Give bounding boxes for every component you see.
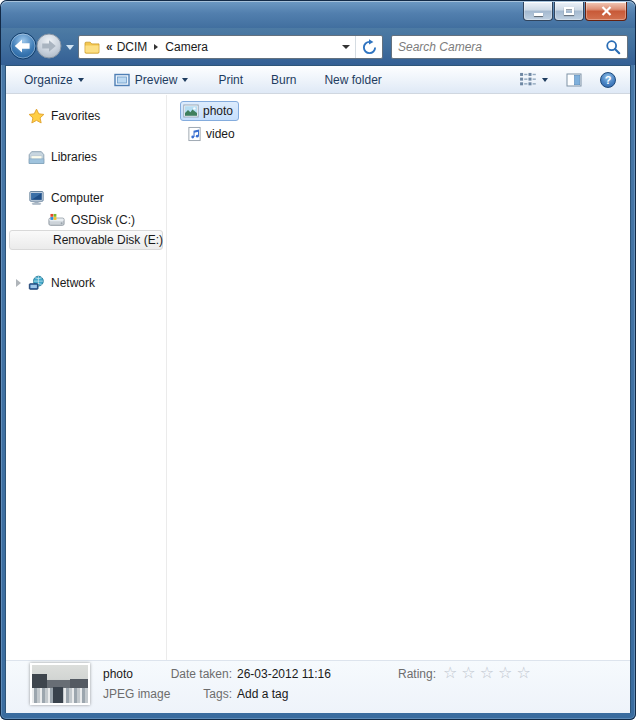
os-disk-icon	[48, 213, 65, 227]
breadcrumb-dcim[interactable]: DCIM	[117, 40, 148, 54]
sidebar-item-favorites[interactable]: Favorites	[28, 106, 100, 126]
sidebar-label: Removable Disk (E:)	[53, 233, 163, 247]
pane-divider	[166, 95, 167, 660]
network-icon	[28, 275, 45, 291]
back-button[interactable]	[9, 32, 37, 60]
preview-label: Preview	[135, 73, 178, 87]
toolbar-right-group: ?	[515, 69, 620, 91]
breadcrumb-camera[interactable]: Camera	[165, 40, 208, 54]
date-taken-label: Date taken:	[150, 667, 232, 681]
print-button[interactable]: Print	[210, 69, 251, 91]
help-button[interactable]: ?	[596, 69, 620, 91]
close-icon	[601, 6, 612, 16]
organize-label: Organize	[24, 73, 73, 87]
file-item-photo[interactable]: photo	[180, 101, 239, 121]
details-file-name: photo	[103, 667, 133, 681]
media-file-icon	[187, 126, 202, 142]
photo-thumbnail	[30, 663, 90, 705]
recent-pages-dropdown[interactable]	[66, 45, 74, 50]
sidebar-label: Network	[51, 276, 95, 290]
breadcrumb-overflow[interactable]: «	[106, 40, 113, 54]
libraries-icon	[28, 150, 45, 165]
sidebar-item-network[interactable]: Network	[28, 273, 95, 293]
rating-label: Rating:	[398, 667, 436, 681]
sidebar-item-osdisk[interactable]: OSDisk (C:)	[48, 210, 135, 230]
search-box	[391, 35, 628, 59]
folder-icon[interactable]	[84, 39, 100, 55]
forward-icon	[36, 33, 62, 59]
new-folder-label: New folder	[324, 73, 381, 87]
sidebar-item-removable-disk[interactable]: Removable Disk (E:)	[9, 230, 163, 250]
preview-pane-icon	[566, 73, 582, 87]
preview-button[interactable]: Preview	[106, 68, 197, 92]
window-controls	[523, 2, 627, 21]
help-icon: ?	[600, 72, 616, 88]
computer-icon	[28, 190, 45, 206]
file-name: video	[206, 127, 235, 141]
image-file-icon	[183, 103, 199, 119]
maximize-icon	[564, 7, 574, 15]
favorites-star-icon	[28, 108, 45, 125]
chevron-down-icon	[78, 78, 84, 82]
forward-button[interactable]	[36, 33, 62, 59]
minimize-button[interactable]	[523, 2, 553, 21]
chevron-down-icon	[182, 78, 188, 82]
breadcrumb-separator-icon[interactable]	[154, 44, 158, 50]
command-toolbar: Organize Preview Print Burn New folder	[6, 66, 630, 94]
tags-label: Tags:	[150, 687, 232, 701]
preview-icon	[114, 72, 130, 88]
search-input[interactable]	[398, 40, 605, 54]
search-icon[interactable]	[605, 39, 621, 55]
sidebar-label: Favorites	[51, 109, 100, 123]
new-folder-button[interactable]: New folder	[316, 69, 389, 91]
date-taken-value: 26-03-2012 11:16	[237, 667, 331, 681]
network-expander-icon[interactable]	[16, 279, 21, 287]
change-view-button[interactable]	[515, 69, 552, 90]
file-item-video[interactable]: video	[184, 124, 241, 144]
maximize-button[interactable]	[554, 2, 584, 21]
burn-button[interactable]: Burn	[263, 69, 304, 91]
chevron-down-icon	[342, 45, 350, 49]
close-button[interactable]	[585, 2, 627, 21]
refresh-button[interactable]	[356, 36, 382, 58]
chevron-down-icon	[542, 78, 548, 82]
minimize-icon	[534, 13, 543, 16]
sidebar-label: Libraries	[51, 150, 97, 164]
print-label: Print	[218, 73, 243, 87]
burn-label: Burn	[271, 73, 296, 87]
sidebar-item-computer[interactable]: Computer	[28, 188, 104, 208]
address-bar[interactable]: « DCIM Camera	[78, 35, 383, 59]
explorer-window: « DCIM Camera Organize	[0, 0, 636, 720]
sidebar-item-libraries[interactable]: Libraries	[28, 147, 97, 167]
sidebar-label: OSDisk (C:)	[71, 213, 135, 227]
organize-button[interactable]: Organize	[16, 69, 92, 91]
back-icon	[9, 32, 37, 60]
refresh-icon	[361, 39, 378, 56]
views-icon	[519, 72, 538, 87]
file-name: photo	[203, 104, 233, 118]
address-dropdown-button[interactable]	[337, 36, 355, 58]
rating-stars[interactable]: ☆☆☆☆☆	[443, 663, 535, 682]
folder-body	[6, 95, 630, 660]
preview-pane-button[interactable]	[562, 70, 586, 90]
title-bar	[1, 1, 635, 28]
add-tag-field[interactable]: Add a tag	[237, 687, 288, 701]
sidebar-label: Computer	[51, 191, 104, 205]
navigation-bar: « DCIM Camera	[1, 28, 635, 65]
